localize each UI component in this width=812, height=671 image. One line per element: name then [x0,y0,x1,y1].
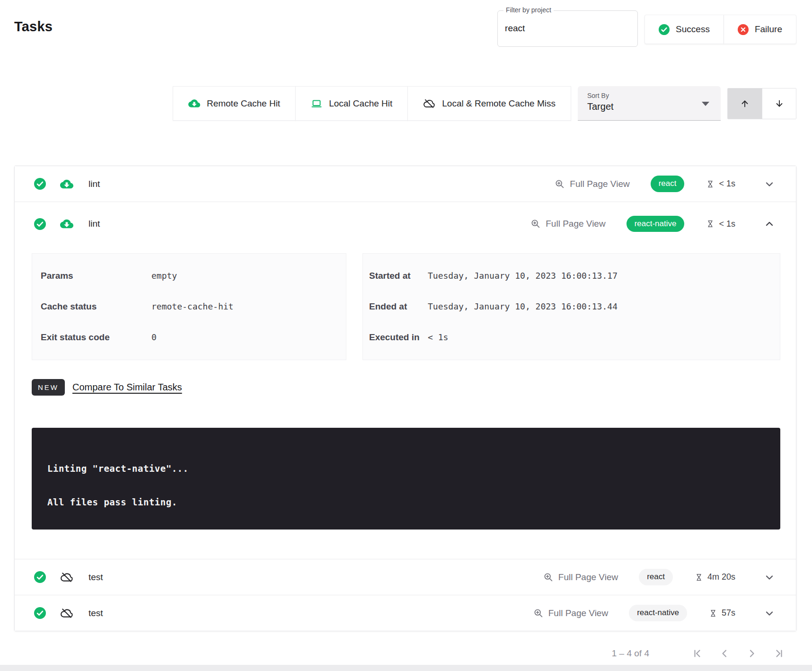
params-value: empty [151,271,177,281]
task-row-header-test-react-native[interactable]: test Full Page View react-native 57s [15,595,796,631]
task-name: lint [88,219,100,229]
sort-by-select[interactable]: Sort By Target [578,86,721,121]
task-row: test Full Page View react-native 57s [15,595,796,631]
arrow-down-icon [774,98,785,109]
remote-cache-hit-label: Remote Cache Hit [207,98,280,109]
ended-at-label: Ended at [369,301,428,312]
check-circle-icon [34,607,46,619]
next-page-button[interactable] [738,644,766,663]
expand-row-button[interactable] [762,606,777,621]
task-name: test [88,608,103,618]
full-page-view-label: Full Page View [570,179,629,189]
cloud-download-icon [60,217,73,230]
chevron-down-icon [764,178,775,190]
started-at-label: Started at [369,271,428,281]
full-page-view-label: Full Page View [558,572,618,583]
zoom-in-icon [555,179,565,189]
terminal-line: All files pass linting. [47,497,766,507]
x-circle-icon [738,24,749,35]
full-page-view-link[interactable]: Full Page View [543,572,618,583]
pagination: 1 – 4 of 4 [0,644,793,663]
zoom-in-icon [543,572,554,583]
previous-page-button[interactable] [711,644,738,663]
first-page-icon [691,648,703,659]
sort-ascending-button[interactable] [728,88,762,119]
executed-in-label: Executed in [369,332,428,343]
timing-panel: Started at Tuesday, January 10, 2023 16:… [362,253,780,360]
check-circle-icon [34,178,46,190]
chevron-down-icon [764,608,775,619]
horizontal-scrollbar[interactable] [0,665,812,671]
full-page-view-label: Full Page View [548,608,608,618]
task-duration: < 1s [719,179,735,189]
caret-down-icon [702,102,709,106]
cloud-off-icon [423,97,435,110]
compare-to-similar-tasks-link[interactable]: Compare To Similar Tasks [72,382,182,393]
task-row: lint Full Page View react < 1s [15,166,796,202]
project-filter-label: Filter by project [503,6,554,14]
sort-direction-group [727,88,796,119]
check-circle-icon [34,571,46,583]
local-cache-hit-filter-button[interactable]: Local Cache Hit [295,86,408,121]
hourglass-icon [709,609,717,618]
check-circle-icon [659,24,670,35]
cloud-download-icon [188,97,200,109]
arrow-up-icon [740,98,750,109]
remote-cache-hit-filter-button[interactable]: Remote Cache Hit [173,86,296,121]
project-filter-input[interactable]: Filter by project react [497,10,638,47]
zoom-in-icon [530,219,541,229]
task-duration: 4m 20s [707,572,735,582]
expand-row-button[interactable] [762,177,777,192]
task-duration: 57s [722,608,735,618]
full-page-view-link[interactable]: Full Page View [555,179,629,189]
exit-code-value: 0 [151,332,157,342]
task-row-expanded: lint Full Page View react-native < 1s [15,202,796,559]
last-page-button[interactable] [766,644,793,663]
cloud-download-icon [60,177,73,191]
cache-status-value: remote-cache-hit [151,301,233,311]
expand-row-button[interactable] [762,570,777,585]
project-filter-value: react [498,11,637,34]
exit-code-label: Exit status code [41,332,151,343]
cache-miss-filter-button[interactable]: Local & Remote Cache Miss [407,86,571,121]
terminal-output: Linting "react-native"... All files pass… [32,428,780,530]
cache-filter-group: Remote Cache Hit Local Cache Hit Local &… [173,86,571,121]
failure-filter-button[interactable]: Failure [724,15,796,44]
task-name: lint [88,179,100,189]
task-details: Params empty Cache status remote-cache-h… [15,253,796,559]
params-label: Params [41,271,151,281]
collapse-row-button[interactable] [762,216,777,231]
topbar-filters: Filter by project react Success Failure [497,10,796,47]
success-filter-label: Success [676,24,710,35]
last-page-icon [774,648,785,659]
cache-miss-label: Local & Remote Cache Miss [442,98,556,109]
full-page-view-link[interactable]: Full Page View [533,608,608,618]
sort-by-value: Target [587,101,711,112]
failure-filter-label: Failure [755,24,782,35]
full-page-view-label: Full Page View [546,219,605,229]
task-row: test Full Page View react 4m 20s [15,559,796,595]
terminal-line: Linting "react-native"... [47,463,766,474]
task-row-header-lint-react[interactable]: lint Full Page View react < 1s [15,166,796,202]
sort-descending-button[interactable] [762,88,796,119]
cloud-off-icon [60,607,73,620]
chevron-up-icon [764,218,775,230]
task-row-header-lint-react-native[interactable]: lint Full Page View react-native < 1s [15,202,796,246]
project-chip: react [639,569,673,585]
first-page-button[interactable] [683,644,711,663]
task-row-header-test-react[interactable]: test Full Page View react 4m 20s [15,559,796,595]
ended-at-value: Tuesday, January 10, 2023 16:00:13.44 [428,301,618,311]
toolbar: Remote Cache Hit Local Cache Hit Local &… [14,86,796,121]
prev-page-icon [719,648,730,659]
hourglass-icon [695,573,703,582]
pagination-range: 1 – 4 of 4 [612,648,649,659]
compare-row: NEW Compare To Similar Tasks [32,379,780,396]
params-panel: Params empty Cache status remote-cache-h… [32,253,346,360]
task-duration: < 1s [719,219,735,229]
success-filter-button[interactable]: Success [645,15,724,44]
hourglass-icon [706,179,715,189]
project-chip: react-native [629,605,687,621]
cache-status-label: Cache status [41,301,151,312]
sort-by-label: Sort By [587,92,711,99]
full-page-view-link[interactable]: Full Page View [530,219,605,229]
